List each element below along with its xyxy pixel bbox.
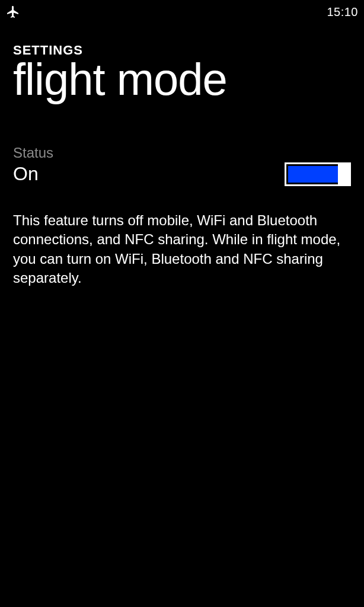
page-title: flight mode [13,56,351,103]
airplane-icon [6,5,20,19]
status-row: On [13,162,351,186]
status-bar-time: 15:10 [327,5,358,19]
flight-mode-toggle[interactable] [285,162,351,186]
status-value: On [13,163,39,185]
toggle-fill [288,166,338,183]
status-section: Status On [13,145,351,186]
content-area: SETTINGS flight mode Status On This feat… [0,20,364,287]
status-label: Status [13,145,351,161]
toggle-handle [338,162,351,186]
status-bar: 15:10 [0,0,364,20]
description-text: This feature turns off mobile, WiFi and … [13,211,351,288]
